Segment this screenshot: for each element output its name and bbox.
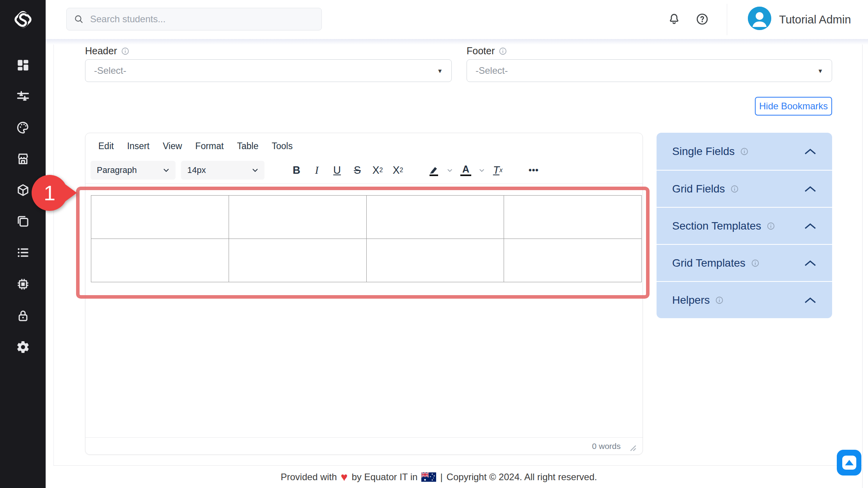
chevron-up-icon: [804, 223, 817, 230]
highlight-color-menu[interactable]: [444, 161, 456, 180]
panel-section-grid-fields[interactable]: Grid Fields: [657, 170, 832, 207]
info-icon[interactable]: [751, 259, 760, 267]
info-icon[interactable]: [767, 222, 775, 230]
app-logo[interactable]: [0, 3, 46, 36]
word-count: 0 words: [592, 442, 621, 451]
chevron-down-icon: [447, 169, 453, 172]
search-icon: [74, 14, 84, 24]
search-input[interactable]: [89, 13, 314, 25]
user-avatar[interactable]: [748, 7, 771, 30]
chevron-up-icon: [804, 185, 817, 192]
chevron-up-icon: [804, 260, 817, 267]
annotation-step-badge: 1: [32, 175, 67, 211]
topbar-divider: [727, 4, 727, 35]
sidebar-item-dashboard-icon[interactable]: [0, 54, 46, 76]
panel-section-section-templates[interactable]: Section Templates: [657, 207, 832, 244]
paragraph-format-select[interactable]: Paragraph: [91, 161, 176, 180]
editor-table: [91, 195, 642, 282]
italic-button[interactable]: I: [307, 161, 327, 180]
menu-format[interactable]: Format: [195, 141, 224, 151]
table-row: [91, 196, 642, 239]
more-toolbar-items-button[interactable]: •••: [524, 161, 544, 180]
footer-field-label: Footer: [467, 45, 507, 57]
footer-info-icon[interactable]: [499, 47, 507, 55]
editor-resize-handle[interactable]: [629, 444, 636, 451]
topbar: Tutorial Admin: [46, 0, 868, 39]
panel-section-single-fields[interactable]: Single Fields: [657, 133, 832, 170]
chevron-down-icon: [252, 168, 258, 172]
sidebar-item-list-icon[interactable]: [0, 242, 46, 264]
panel-section-helpers[interactable]: Helpers: [657, 281, 832, 318]
footer-select[interactable]: -Select- ▼: [467, 59, 832, 82]
table-cell[interactable]: [366, 196, 504, 239]
hide-bookmarks-button[interactable]: Hide Bookmarks: [755, 97, 832, 116]
panel-section-grid-templates[interactable]: Grid Templates: [657, 244, 832, 281]
superscript-button[interactable]: X2: [388, 161, 408, 180]
notifications-bell-icon[interactable]: [664, 9, 684, 29]
text-color-menu[interactable]: [476, 161, 488, 180]
heart-icon: ♥: [341, 471, 348, 483]
sidebar-item-pages-icon[interactable]: [0, 210, 46, 232]
highlight-color-button[interactable]: [424, 161, 444, 180]
table-cell[interactable]: [91, 239, 229, 282]
bold-button[interactable]: B: [286, 161, 307, 180]
underline-button[interactable]: U: [327, 161, 347, 180]
text-color-icon: A: [460, 164, 471, 176]
editor-menubar: Edit Insert View Format Table Tools: [85, 136, 639, 156]
header-field-label: Header: [85, 45, 130, 57]
menu-view[interactable]: View: [163, 141, 182, 151]
table-cell[interactable]: [504, 196, 642, 239]
chevron-up-icon: [804, 297, 817, 304]
page-footer: Provided with ♥ by Equator IT in | Copyr…: [46, 466, 832, 488]
sidebar-item-gear-icon[interactable]: [0, 336, 46, 358]
chevron-up-icon: [804, 148, 817, 155]
editor-content-area[interactable]: [91, 195, 642, 282]
chevron-down-icon: [479, 169, 485, 172]
text-color-button[interactable]: A: [456, 161, 476, 180]
scroll-to-top-button[interactable]: [837, 450, 861, 476]
chevron-down-icon: [163, 168, 169, 172]
table-row: [91, 239, 642, 282]
info-icon[interactable]: [740, 147, 749, 156]
sidebar-item-lock-icon[interactable]: [0, 305, 46, 327]
highlighter-icon: [428, 164, 440, 176]
sidebar-item-store-icon[interactable]: [0, 148, 46, 170]
sidebar-item-settings-sliders-icon[interactable]: [0, 85, 46, 107]
info-icon[interactable]: [730, 185, 739, 193]
table-cell[interactable]: [504, 239, 642, 282]
clear-formatting-button[interactable]: Tx: [488, 161, 508, 180]
subscript-button[interactable]: X2: [367, 161, 388, 180]
arrow-up-icon: [842, 456, 856, 470]
sidebar-item-palette-icon[interactable]: [0, 117, 46, 139]
header-info-icon[interactable]: [121, 47, 130, 55]
toolbar-separator: [85, 183, 643, 184]
footer-select-caret-icon: ▼: [817, 68, 823, 74]
sidebar-item-chip-icon[interactable]: [0, 273, 46, 295]
table-cell[interactable]: [91, 196, 229, 239]
content-left-border: [53, 45, 54, 465]
table-cell[interactable]: [229, 196, 366, 239]
menu-insert[interactable]: Insert: [127, 141, 150, 151]
right-gutter-border: [862, 39, 863, 488]
menu-tools[interactable]: Tools: [272, 141, 293, 151]
editor-statusbar: 0 words: [85, 438, 643, 454]
fields-panel: Single Fields Grid Fields Section Templa…: [657, 133, 832, 318]
table-cell[interactable]: [366, 239, 504, 282]
app-root: Tutorial Admin Header -Select- ▼ Footer …: [0, 0, 868, 488]
table-cell[interactable]: [229, 239, 366, 282]
sidebar: [0, 0, 46, 488]
editor-toolbar: Paragraph 14px B I U S X2 X2: [91, 159, 637, 181]
menu-table[interactable]: Table: [237, 141, 258, 151]
topbar-shadow-strip: [46, 39, 868, 45]
australia-flag-icon: [421, 472, 436, 482]
help-icon[interactable]: [692, 9, 712, 29]
strikethrough-button[interactable]: S: [347, 161, 367, 180]
header-select[interactable]: -Select- ▼: [85, 59, 452, 82]
user-name: Tutorial Admin: [779, 0, 851, 39]
font-size-select[interactable]: 14px: [181, 161, 264, 180]
menu-edit[interactable]: Edit: [98, 141, 114, 151]
info-icon[interactable]: [715, 296, 724, 305]
header-select-caret-icon: ▼: [437, 68, 443, 74]
student-search: [66, 8, 322, 30]
